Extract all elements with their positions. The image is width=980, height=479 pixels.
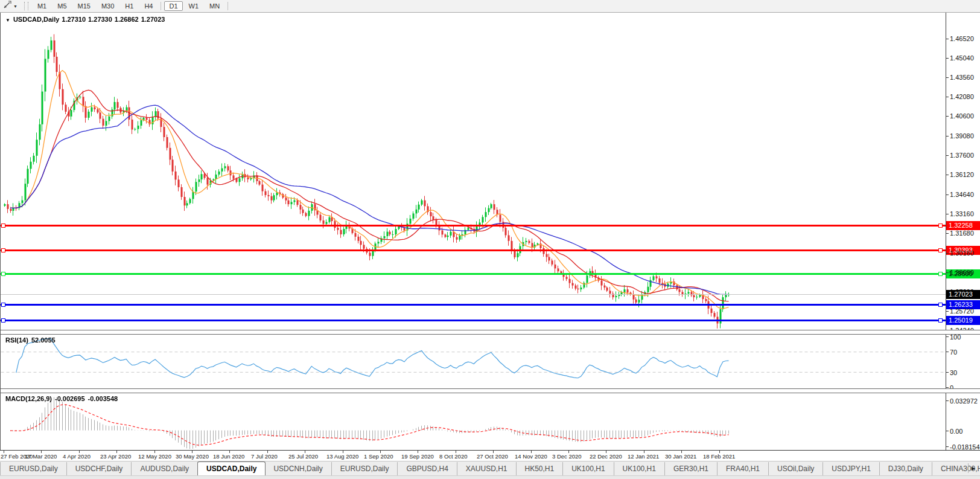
tab-uk100-h1-9[interactable]: UK100,H1 [563, 462, 614, 476]
price-tick-label: 1.36120 [950, 171, 974, 178]
tab-scroll-right-button[interactable]: ▶ [968, 463, 978, 473]
price-level-label-1.25019: 1.25019 [946, 316, 980, 325]
tab-fra40-h1-12[interactable]: FRA40,H1 [718, 462, 769, 476]
chart-tab-bar: EURUSD,DailyUSDCHF,DailyAUDUSD,DailyUSDC… [0, 461, 980, 476]
price-tick-label: 1.40600 [950, 112, 974, 120]
date-label: 23 Apr 2020 [100, 453, 131, 460]
tab-usdcad-daily-3[interactable]: USDCAD,Daily [197, 461, 266, 476]
line-handle[interactable] [1, 318, 5, 323]
tab-hk50-h1-8[interactable]: HK50,H1 [517, 462, 564, 476]
timeframe-button-m30[interactable]: M30 [97, 1, 119, 11]
price-tick-label: 1.42080 [950, 93, 974, 100]
line-handle[interactable] [1, 248, 5, 252]
date-label: 14 Nov 2020 [515, 453, 547, 460]
price-level-line-1.30393[interactable] [1, 249, 946, 251]
line-handle[interactable] [938, 318, 943, 323]
line-handle[interactable] [938, 272, 943, 276]
tab-usdcnh-daily-4[interactable]: USDCNH,Daily [265, 462, 331, 476]
date-label: 17 Mar 2020 [25, 453, 57, 460]
date-label: 3 Dec 2020 [552, 453, 582, 460]
price-tick-label: 1.34640 [950, 191, 974, 198]
crosshair-icon [3, 1, 11, 11]
ohlc-close: 1.27023 [141, 16, 165, 23]
timeframe-button-w1[interactable]: W1 [184, 1, 204, 11]
price-tick-label: 1.46520 [950, 35, 974, 42]
tab-eurusd-daily-5[interactable]: EURUSD,Daily [332, 462, 398, 476]
timeframe-button-m5[interactable]: M5 [52, 1, 71, 11]
date-label: 1 Sep 2020 [364, 453, 393, 460]
crosshair-tool-button[interactable]: ▼ [1, 1, 19, 11]
toolbar-separator [228, 2, 228, 10]
date-label: 4 Apr 2020 [63, 453, 91, 460]
date-label: 12 May 2020 [138, 453, 171, 460]
timeframe-button-h4[interactable]: H4 [139, 1, 158, 11]
tab-usdchf-daily-1[interactable]: USDCHF,Daily [67, 462, 132, 476]
line-handle[interactable] [938, 303, 943, 307]
tab-gbpusd-h4-6[interactable]: GBPUSD,H4 [398, 462, 457, 476]
toolbar-separator [161, 2, 161, 10]
macd-pane-splitter[interactable] [1, 388, 980, 393]
date-label: 19 Sep 2020 [401, 453, 434, 460]
tab-usdjpy-h1-14[interactable]: USDJPY,H1 [823, 462, 879, 476]
date-label: 25 Jul 2020 [288, 453, 318, 460]
rsi-pane-splitter[interactable] [1, 330, 980, 335]
price-tick-label: 1.39080 [950, 132, 974, 140]
chevron-down-icon[interactable]: ▼ [13, 4, 18, 8]
tab-eurusd-daily-0[interactable]: EURUSD,Daily [0, 462, 67, 476]
rsi-axis-label: 70 [950, 349, 957, 356]
price-level-line-1.26233[interactable] [1, 304, 946, 306]
ohlc-open: 1.27310 [62, 16, 86, 23]
price-chart-canvas[interactable] [1, 13, 946, 450]
toolbar-grip [24, 2, 28, 10]
price-tick-label: 1.25720 [950, 307, 974, 315]
timeframe-button-h1[interactable]: H1 [120, 1, 138, 11]
tab-usoil-daily-13[interactable]: USOil,Daily [769, 462, 823, 476]
chart-title: ▼USDCAD,Daily1.273101.273301.268621.2702… [5, 16, 167, 23]
price-tick-label: 1.33160 [950, 210, 974, 217]
macd-indicator-label: MACD(12,26,9)-0.002695-0.003548 [5, 395, 121, 402]
top-toolbar: ▼ M1M5M15M30H1H4D1W1MN [0, 0, 980, 13]
tab-xauusd-h1-7[interactable]: XAUUSD,H1 [457, 462, 517, 476]
price-level-line-1.28600[interactable] [1, 273, 946, 275]
tab-audusd-daily-2[interactable]: AUDUSD,Daily [132, 462, 198, 476]
date-label: 7 Jul 2020 [251, 453, 278, 460]
line-handle[interactable] [1, 223, 5, 228]
bid-price-line [1, 294, 946, 295]
rsi-axis-label: 30 [950, 369, 957, 376]
line-handle[interactable] [1, 303, 5, 307]
date-label: 30 May 2020 [176, 453, 209, 460]
price-tick-label: 1.30160 [950, 249, 974, 257]
line-handle[interactable] [1, 272, 5, 276]
tab-ger30-h1-11[interactable]: GER30,H1 [665, 462, 718, 476]
chart-collapse-icon[interactable]: ▼ [5, 18, 10, 23]
date-label: 18 Jun 2020 [213, 453, 244, 460]
mt4-terminal: { "toolbar": { "cursor_tool": "crosshair… [0, 0, 980, 479]
time-axis: 27 Feb 202017 Mar 20204 Apr 202023 Apr 2… [0, 450, 980, 461]
price-level-line-1.25019[interactable] [1, 320, 946, 321]
timeframe-button-m1[interactable]: M1 [33, 1, 51, 11]
price-tick-label: 1.45040 [950, 54, 974, 62]
tab-dj30-daily-15[interactable]: DJ30,Daily [880, 462, 932, 476]
date-label: 12 Jan 2021 [628, 453, 659, 460]
current-price-label: 1.27023 [946, 290, 980, 299]
timeframe-button-mn[interactable]: MN [205, 1, 224, 11]
date-label: 22 Dec 2020 [590, 453, 622, 460]
line-handle[interactable] [938, 248, 943, 252]
date-label: 13 Aug 2020 [326, 453, 358, 460]
timeframe-button-m15[interactable]: M15 [73, 1, 95, 11]
date-label: 27 Oct 2020 [477, 453, 508, 460]
price-axis-separator [946, 13, 946, 450]
date-label: 30 Jan 2021 [665, 453, 696, 460]
tab-uk100-h1-10[interactable]: UK100,H1 [614, 462, 665, 476]
rsi-indicator-label: RSI(14)52.0055 [5, 336, 59, 344]
price-tick-label: 1.43560 [950, 74, 974, 81]
price-tick-label: 1.31680 [950, 230, 974, 237]
macd-axis-label: 0.00 [950, 428, 962, 435]
chart-symbol-period: USDCAD,Daily [13, 16, 59, 23]
price-level-line-1.32258[interactable] [1, 225, 946, 227]
date-label: 8 Oct 2020 [439, 453, 467, 460]
status-strip [0, 475, 980, 479]
price-tick-label: 1.37600 [950, 152, 974, 159]
timeframe-button-d1[interactable]: D1 [164, 1, 182, 11]
line-handle[interactable] [938, 223, 943, 228]
